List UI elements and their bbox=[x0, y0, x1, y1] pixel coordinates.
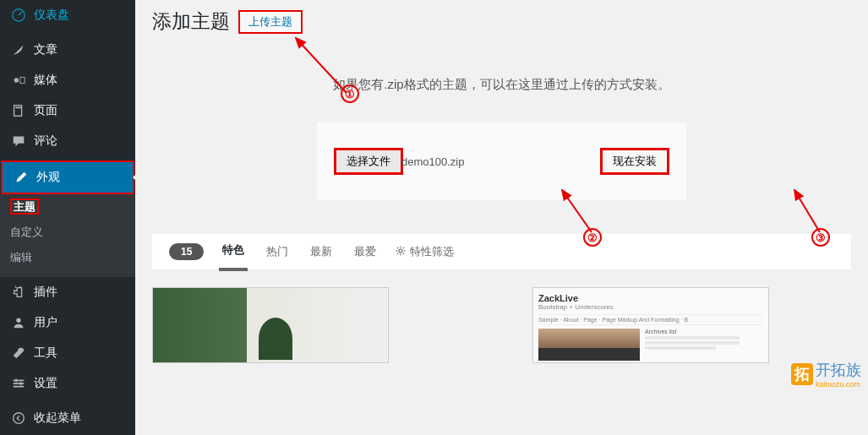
sidebar-item-comments[interactable]: 评论 bbox=[0, 126, 135, 156]
svg-line-12 bbox=[296, 38, 347, 93]
svg-rect-3 bbox=[15, 107, 21, 109]
filter-latest[interactable]: 最新 bbox=[307, 244, 336, 259]
theme-preview-title: ZackLive bbox=[538, 293, 763, 303]
dashboard-icon bbox=[10, 7, 27, 24]
admin-sidebar: 仪表盘 文章 媒体 页面 评论 外观 主题 自定义 编辑 插件 用户 工具 设置 bbox=[0, 0, 135, 435]
sidebar-item-pages[interactable]: 页面 bbox=[0, 95, 135, 126]
svg-line-16 bbox=[794, 190, 820, 232]
annotation-arrow-1 bbox=[283, 25, 359, 101]
svg-rect-7 bbox=[14, 386, 25, 388]
svg-point-1 bbox=[14, 78, 19, 82]
sidebar-label: 收起菜单 bbox=[34, 411, 81, 426]
upload-area: 如果您有.zip格式的主题，可以在这里通过上传的方式安装。 选择文件 demo1… bbox=[152, 77, 851, 200]
watermark: 拓 开拓族 kaituozu.com bbox=[791, 360, 861, 389]
sidebar-item-appearance[interactable]: 外观 bbox=[1, 160, 134, 194]
sidebar-label: 文章 bbox=[34, 42, 57, 57]
submenu-item-customize[interactable]: 自定义 bbox=[0, 220, 135, 245]
filter-featured[interactable]: 特色 bbox=[219, 242, 248, 271]
main-content: 添加主题 上传主题 ① 如果您有.zip格式的主题，可以在这里通过上传的方式安装… bbox=[135, 0, 868, 435]
sidebar-item-users[interactable]: 用户 bbox=[0, 307, 135, 338]
svg-rect-5 bbox=[14, 380, 25, 382]
sidebar-item-collapse[interactable]: 收起菜单 bbox=[0, 403, 135, 433]
filter-popular[interactable]: 热门 bbox=[263, 244, 292, 259]
page-title: 添加主题 bbox=[152, 8, 230, 35]
media-icon bbox=[10, 72, 27, 89]
annotation-arrow-3 bbox=[786, 182, 828, 241]
themes-grid: ZackLive Bootstrap + Underscores Sample … bbox=[152, 287, 851, 363]
theme-preview-nav: Sample · About · Page · Page Markup And … bbox=[538, 314, 763, 325]
user-icon bbox=[10, 314, 27, 331]
brush-icon bbox=[13, 169, 30, 186]
choose-file-button[interactable]: 选择文件 bbox=[334, 148, 403, 175]
svg-rect-9 bbox=[20, 382, 22, 385]
comment-icon bbox=[10, 133, 27, 150]
theme-preview-subtitle: Bootstrap + Underscores bbox=[538, 303, 763, 311]
sidebar-label: 评论 bbox=[34, 133, 57, 149]
sidebar-item-dashboard[interactable]: 仪表盘 bbox=[0, 0, 135, 30]
sidebar-item-posts[interactable]: 文章 bbox=[0, 35, 135, 65]
tools-icon bbox=[10, 345, 27, 362]
sidebar-item-settings[interactable]: 设置 bbox=[0, 368, 135, 399]
submenu-item-editor[interactable]: 编辑 bbox=[0, 245, 135, 270]
gear-icon bbox=[395, 245, 407, 259]
sidebar-label: 插件 bbox=[34, 285, 57, 300]
watermark-text: 开拓族 bbox=[816, 362, 861, 378]
filter-favorites[interactable]: 最爱 bbox=[351, 244, 379, 259]
install-now-button[interactable]: 现在安装 bbox=[600, 148, 669, 175]
feature-filter-button[interactable]: 特性筛选 bbox=[395, 244, 454, 259]
sidebar-item-media[interactable]: 媒体 bbox=[0, 65, 135, 95]
watermark-logo: 拓 bbox=[791, 363, 813, 385]
sidebar-label: 工具 bbox=[34, 345, 57, 361]
page-header: 添加主题 上传主题 bbox=[152, 8, 851, 35]
theme-card[interactable]: ZackLive Bootstrap + Underscores Sample … bbox=[532, 287, 769, 363]
theme-card[interactable] bbox=[152, 287, 389, 363]
svg-point-17 bbox=[399, 248, 402, 252]
page-icon bbox=[10, 102, 27, 119]
submenu-label: 主题 bbox=[10, 198, 39, 215]
sidebar-item-tools[interactable]: 工具 bbox=[0, 338, 135, 368]
upload-form: 选择文件 demo100.zip 现在安装 bbox=[317, 122, 686, 200]
sidebar-label: 媒体 bbox=[34, 73, 57, 88]
svg-rect-8 bbox=[15, 379, 17, 383]
sidebar-label: 设置 bbox=[34, 376, 57, 391]
sidebar-item-plugins[interactable]: 插件 bbox=[0, 277, 135, 307]
collapse-icon bbox=[10, 410, 27, 427]
sidebar-label: 仪表盘 bbox=[34, 8, 69, 23]
theme-filter-bar: 15 特色 热门 最新 最爱 特性筛选 bbox=[152, 234, 851, 270]
submenu-item-themes[interactable]: 主题 bbox=[0, 194, 135, 220]
feature-filter-label: 特性筛选 bbox=[410, 244, 454, 259]
sidebar-label: 外观 bbox=[36, 170, 60, 185]
settings-icon bbox=[10, 375, 27, 392]
upload-description: 如果您有.zip格式的主题，可以在这里通过上传的方式安装。 bbox=[152, 77, 851, 93]
sidebar-label: 页面 bbox=[34, 103, 57, 118]
svg-point-4 bbox=[16, 318, 20, 323]
theme-thumbnail bbox=[153, 288, 388, 362]
theme-thumbnail: ZackLive Bootstrap + Underscores Sample … bbox=[533, 288, 768, 363]
theme-count-badge: 15 bbox=[169, 243, 204, 260]
watermark-domain: kaituozu.com bbox=[816, 380, 861, 389]
svg-line-14 bbox=[562, 190, 592, 232]
pin-icon bbox=[10, 41, 27, 58]
sidebar-label: 用户 bbox=[34, 315, 57, 330]
selected-file-name: demo100.zip bbox=[401, 155, 464, 168]
annotation-arrow-2 bbox=[554, 182, 604, 241]
svg-rect-6 bbox=[14, 383, 25, 384]
plugin-icon bbox=[10, 284, 27, 301]
svg-point-10 bbox=[14, 413, 25, 424]
appearance-submenu: 主题 自定义 编辑 bbox=[0, 194, 135, 277]
